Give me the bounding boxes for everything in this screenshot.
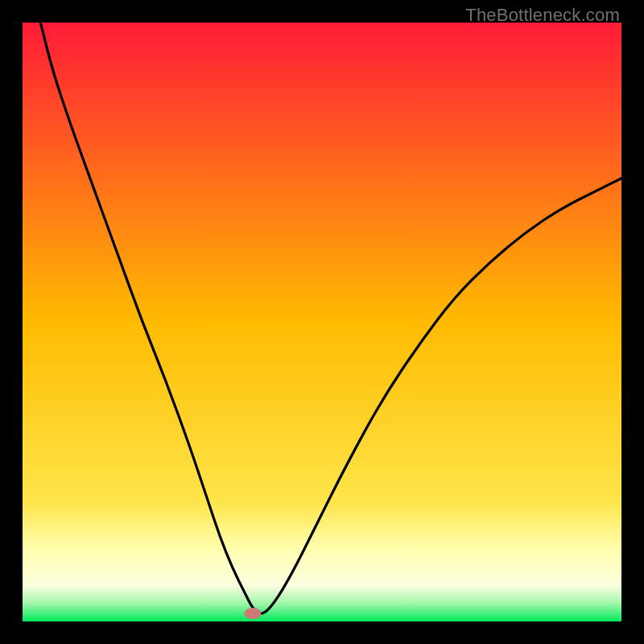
bottleneck-curve bbox=[40, 23, 621, 613]
curve-layer bbox=[23, 23, 621, 621]
plot-frame bbox=[23, 23, 621, 621]
optimal-point-marker bbox=[245, 608, 262, 619]
